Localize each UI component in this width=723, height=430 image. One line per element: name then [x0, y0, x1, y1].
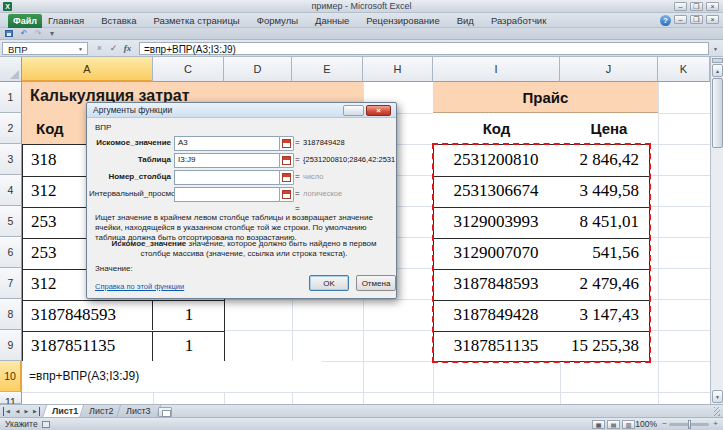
row-header-4[interactable]: 4 [0, 175, 22, 206]
resize-grip[interactable] [714, 407, 720, 416]
tab-formulas[interactable]: Формулы [257, 15, 298, 26]
qat-more-icon[interactable]: ▾ [46, 29, 58, 39]
row-header-2[interactable]: 2 [0, 113, 22, 144]
first-sheet-icon[interactable]: ◀ [3, 407, 12, 416]
tab-home[interactable]: Главная [48, 15, 84, 26]
dialog-help-icon[interactable] [343, 105, 364, 116]
status-bar: Укажите ▦ ▤ ▥ 100% − + [0, 417, 723, 430]
cell-a8[interactable]: 3187848593 [23, 300, 153, 330]
range-picker-icon[interactable] [279, 187, 294, 202]
row-header-5[interactable]: 5 [0, 206, 22, 237]
vertical-scroll-thumb[interactable] [712, 78, 723, 148]
function-name: ВПР [95, 123, 111, 132]
arg-input-table[interactable]: I3:J9 [174, 153, 281, 168]
ribbon-tabs: Главная Вставка Разметка страницы Формул… [48, 13, 546, 28]
cancel-button[interactable]: Отмена [356, 275, 396, 291]
col-header-c[interactable]: C [153, 57, 224, 82]
zoom-out-icon[interactable]: − [662, 419, 667, 428]
expand-formula-bar-icon[interactable]: ▼ [713, 46, 718, 52]
ok-button[interactable]: OK [309, 275, 349, 291]
insert-sheet-icon[interactable] [158, 407, 172, 417]
cell-a9[interactable]: 3187851135 [23, 331, 153, 361]
help-link[interactable]: Справка по этой функции [95, 282, 184, 291]
row-header-1[interactable]: 1 [0, 82, 22, 113]
next-sheet-icon[interactable]: ▶ [22, 407, 31, 416]
range-picker-icon[interactable] [279, 136, 294, 151]
arg-input-col-index[interactable] [174, 170, 281, 185]
macro-record-icon[interactable] [42, 421, 50, 428]
cell-c8[interactable]: 1 [154, 300, 224, 330]
workbook-restore-icon[interactable]: ❒ [690, 15, 703, 24]
last-sheet-icon[interactable]: ▶ [31, 407, 40, 416]
dialog-close-icon[interactable]: × [366, 105, 391, 116]
vertical-scrollbar[interactable]: ▲ ▼ [710, 57, 723, 404]
zoom-slider-thumb[interactable] [688, 420, 691, 429]
cell-price-header[interactable]: Цена [560, 113, 658, 144]
title-bar: X пример - Microsoft Excel – ❒ × [0, 0, 723, 13]
workbook-minimize-icon[interactable]: – [674, 15, 687, 24]
row-header-3[interactable]: 3 [0, 144, 22, 175]
col-header-j[interactable]: J [560, 57, 658, 82]
save-icon[interactable] [5, 30, 13, 37]
redo-icon[interactable]: ↷ [32, 29, 44, 39]
zoom-in-icon[interactable]: + [713, 419, 718, 428]
scroll-down-icon[interactable]: ▼ [712, 390, 723, 403]
col-header-i[interactable]: I [433, 57, 560, 82]
arg-result: логическое [303, 189, 395, 198]
view-normal-icon[interactable]: ▦ [592, 420, 605, 429]
cancel-entry-icon[interactable]: × [93, 42, 106, 55]
row-header-10[interactable]: 10 [0, 361, 22, 392]
col-header-a[interactable]: A [22, 57, 153, 82]
col-header-d[interactable]: D [224, 57, 292, 82]
tab-insert[interactable]: Вставка [101, 15, 136, 26]
col-header-k[interactable]: K [658, 57, 710, 82]
table-row[interactable]: 31878485931 [23, 300, 224, 332]
view-page-layout-icon[interactable]: ▤ [607, 420, 620, 429]
formula-input[interactable]: =впр+ВПР(A3;I3:J9) [139, 42, 709, 55]
selected-range-marching-ants [432, 143, 651, 363]
workbook-close-icon[interactable]: × [706, 15, 719, 24]
row-header-11[interactable]: 11 [0, 392, 22, 404]
cell-code-header[interactable]: Код [433, 113, 560, 144]
name-box-dropdown-icon[interactable]: ▼ [78, 46, 83, 52]
col-header-h[interactable]: H [363, 57, 433, 82]
arg-input-lookup-value[interactable]: A3 [174, 136, 281, 151]
enter-entry-icon[interactable]: ✓ [107, 42, 120, 55]
tab-view[interactable]: Вид [457, 15, 474, 26]
tab-review[interactable]: Рецензирование [366, 15, 439, 26]
row-header-8[interactable]: 8 [0, 299, 22, 330]
split-handle[interactable] [712, 58, 723, 63]
range-picker-icon[interactable] [279, 170, 294, 185]
restore-icon[interactable]: ❒ [690, 2, 703, 11]
cell-price-title[interactable]: Прайс [433, 82, 658, 113]
insert-function-icon[interactable]: fx [121, 42, 134, 55]
table-row[interactable]: 31878511351 [23, 331, 224, 362]
tab-file[interactable]: Файл [8, 14, 42, 28]
close-icon[interactable]: × [706, 2, 719, 11]
arg-input-range-lookup[interactable] [174, 187, 281, 202]
minimize-icon[interactable]: – [674, 2, 687, 11]
formula-bar: ВПР ▼ × ✓ fx =впр+ВПР(A3;I3:J9) ▼ [0, 40, 723, 57]
name-box[interactable]: ВПР [2, 42, 88, 55]
col-header-e[interactable]: E [292, 57, 363, 82]
view-page-break-icon[interactable]: ▥ [622, 420, 635, 429]
row-header-6[interactable]: 6 [0, 237, 22, 268]
tab-developer[interactable]: Разработчик [491, 15, 546, 26]
tab-data[interactable]: Данные [315, 15, 349, 26]
zoom-level[interactable]: 100% [635, 419, 657, 429]
help-icon[interactable]: ? [660, 15, 671, 26]
equals-sign: = [295, 155, 300, 164]
cell-c9[interactable]: 1 [154, 331, 224, 361]
sheet-tab-bar: ◀ ◀ ▶ ▶ Лист1 Лист2 Лист3 ◀ ▶ [0, 404, 723, 417]
scroll-up-icon[interactable]: ▲ [712, 64, 723, 77]
range-picker-icon[interactable] [279, 153, 294, 168]
dialog-title-bar[interactable]: Аргументы функции × [87, 103, 396, 118]
undo-icon[interactable]: ↶ [18, 29, 30, 39]
argument-row: Интервальный_просмотр = логическое [87, 185, 396, 202]
row-header-7[interactable]: 7 [0, 268, 22, 299]
select-all-corner[interactable] [0, 57, 22, 82]
cell-a10-edit[interactable]: =впр+ВПР(A3;I3:J9) [22, 361, 322, 392]
tab-page-layout[interactable]: Разметка страницы [153, 15, 239, 26]
prev-sheet-icon[interactable]: ◀ [13, 407, 22, 416]
row-header-9[interactable]: 9 [0, 330, 22, 361]
